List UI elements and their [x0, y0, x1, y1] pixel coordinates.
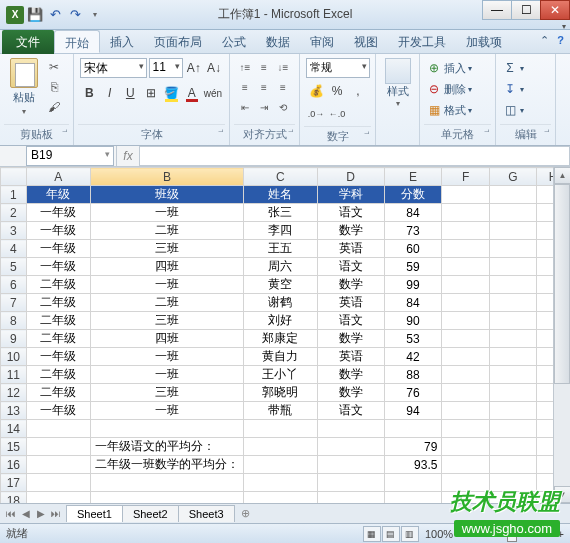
cell-C9[interactable]: 郑康定: [244, 330, 318, 348]
cell-F7[interactable]: [442, 294, 489, 312]
normal-view-icon[interactable]: ▦: [363, 526, 381, 542]
name-box[interactable]: B19: [26, 146, 114, 166]
orientation-icon[interactable]: ⟲: [274, 98, 292, 116]
ribbon-tab-3[interactable]: 公式: [212, 30, 256, 53]
cell-G6[interactable]: [489, 276, 536, 294]
vertical-scrollbar[interactable]: ▲ ▼: [553, 167, 570, 503]
row-header-1[interactable]: 1: [1, 186, 27, 204]
cell-A10[interactable]: 一年级: [26, 348, 90, 366]
row-header-2[interactable]: 2: [1, 204, 27, 222]
row-header-4[interactable]: 4: [1, 240, 27, 258]
cell-D7[interactable]: 英语: [317, 294, 384, 312]
cell-G2[interactable]: [489, 204, 536, 222]
cell-E17[interactable]: [384, 474, 442, 492]
cell-F14[interactable]: [442, 420, 489, 438]
cell-G1[interactable]: [489, 186, 536, 204]
percent-icon[interactable]: %: [327, 81, 347, 101]
underline-button[interactable]: U: [121, 83, 140, 103]
cell-D17[interactable]: [317, 474, 384, 492]
row-header-13[interactable]: 13: [1, 402, 27, 420]
row-header-9[interactable]: 9: [1, 330, 27, 348]
insert-cells-button[interactable]: ⊕插入▾: [426, 58, 472, 78]
row-header-15[interactable]: 15: [1, 438, 27, 456]
cell-G10[interactable]: [489, 348, 536, 366]
sheet-tab-sheet3[interactable]: Sheet3: [178, 505, 235, 522]
cell-C7[interactable]: 谢鹤: [244, 294, 318, 312]
italic-button[interactable]: I: [101, 83, 120, 103]
cell-G14[interactable]: [489, 420, 536, 438]
row-header-10[interactable]: 10: [1, 348, 27, 366]
minimize-ribbon-icon[interactable]: ⌃: [540, 34, 549, 47]
row-header-6[interactable]: 6: [1, 276, 27, 294]
align-center-icon[interactable]: ≡: [255, 78, 273, 96]
ribbon-tab-6[interactable]: 视图: [344, 30, 388, 53]
phonetic-button[interactable]: wén: [203, 83, 223, 103]
fx-icon[interactable]: fx: [116, 146, 140, 166]
excel-icon[interactable]: X: [6, 6, 24, 24]
cell-C3[interactable]: 李四: [244, 222, 318, 240]
format-cells-button[interactable]: ▦格式▾: [426, 100, 472, 120]
cell-G8[interactable]: [489, 312, 536, 330]
cell-A4[interactable]: 一年级: [26, 240, 90, 258]
cell-G16[interactable]: [489, 456, 536, 474]
cell-A12[interactable]: 二年级: [26, 384, 90, 402]
col-header-C[interactable]: C: [244, 168, 318, 186]
col-header-E[interactable]: E: [384, 168, 442, 186]
cell-A1[interactable]: 年级: [26, 186, 90, 204]
cell-A5[interactable]: 一年级: [26, 258, 90, 276]
cell-E15[interactable]: 79: [384, 438, 442, 456]
row-header-17[interactable]: 17: [1, 474, 27, 492]
cell-D9[interactable]: 数学: [317, 330, 384, 348]
undo-icon[interactable]: ↶: [46, 6, 64, 24]
page-break-icon[interactable]: ▥: [401, 526, 419, 542]
paste-button[interactable]: 粘贴 ▾: [6, 58, 42, 116]
decrease-font-icon[interactable]: A↓: [205, 58, 223, 78]
cell-F12[interactable]: [442, 384, 489, 402]
align-left-icon[interactable]: ≡: [236, 78, 254, 96]
cell-C11[interactable]: 王小丫: [244, 366, 318, 384]
cell-E13[interactable]: 94: [384, 402, 442, 420]
cell-B11[interactable]: 一班: [91, 366, 244, 384]
formula-input[interactable]: [140, 146, 570, 166]
clear-button[interactable]: ◫▾: [502, 100, 524, 120]
increase-font-icon[interactable]: A↑: [185, 58, 203, 78]
cell-E1[interactable]: 分数: [384, 186, 442, 204]
cell-B9[interactable]: 四班: [91, 330, 244, 348]
row-header-12[interactable]: 12: [1, 384, 27, 402]
cell-C10[interactable]: 黄自力: [244, 348, 318, 366]
row-header-14[interactable]: 14: [1, 420, 27, 438]
font-size-combo[interactable]: 11: [149, 58, 183, 78]
cell-G7[interactable]: [489, 294, 536, 312]
cell-B17[interactable]: [91, 474, 244, 492]
file-tab[interactable]: 文件: [2, 30, 54, 54]
styles-button[interactable]: 样式 ▾: [382, 58, 413, 108]
ribbon-tab-0[interactable]: 开始: [54, 30, 100, 53]
cell-F3[interactable]: [442, 222, 489, 240]
cell-B8[interactable]: 三班: [91, 312, 244, 330]
cell-G9[interactable]: [489, 330, 536, 348]
cell-C16[interactable]: [244, 456, 318, 474]
cell-A8[interactable]: 二年级: [26, 312, 90, 330]
sheet-prev-icon[interactable]: ◀: [19, 508, 33, 519]
delete-cells-button[interactable]: ⊖删除▾: [426, 79, 472, 99]
sheet-tab-sheet1[interactable]: Sheet1: [66, 505, 123, 522]
cell-F9[interactable]: [442, 330, 489, 348]
cell-C2[interactable]: 张三: [244, 204, 318, 222]
cell-E16[interactable]: 93.5: [384, 456, 442, 474]
cell-G3[interactable]: [489, 222, 536, 240]
sheet-tab-sheet2[interactable]: Sheet2: [122, 505, 179, 522]
cell-G11[interactable]: [489, 366, 536, 384]
save-icon[interactable]: 💾: [26, 6, 44, 24]
col-header-D[interactable]: D: [317, 168, 384, 186]
ribbon-tab-8[interactable]: 加载项: [456, 30, 512, 53]
decrease-indent-icon[interactable]: ⇤: [236, 98, 254, 116]
cell-F1[interactable]: [442, 186, 489, 204]
cell-F8[interactable]: [442, 312, 489, 330]
increase-indent-icon[interactable]: ⇥: [255, 98, 273, 116]
sheet-next-icon[interactable]: ▶: [34, 508, 48, 519]
qat-customize-icon[interactable]: ▾: [86, 6, 104, 24]
row-header-11[interactable]: 11: [1, 366, 27, 384]
cell-C1[interactable]: 姓名: [244, 186, 318, 204]
col-header-F[interactable]: F: [442, 168, 489, 186]
cell-A11[interactable]: 二年级: [26, 366, 90, 384]
